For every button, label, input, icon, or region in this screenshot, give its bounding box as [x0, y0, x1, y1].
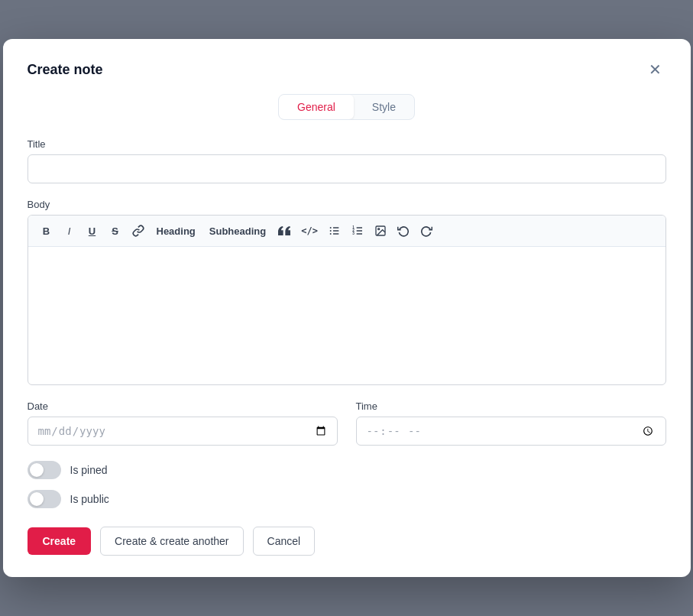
bold-button[interactable]: B [36, 220, 57, 242]
link-icon [132, 225, 144, 237]
modal-footer: Create Create & create another Cancel [28, 527, 666, 556]
svg-point-4 [330, 230, 332, 232]
date-label: Date [28, 400, 338, 412]
image-button[interactable] [370, 220, 391, 242]
body-label: Body [28, 199, 666, 210]
time-label: Time [356, 400, 666, 412]
italic-button[interactable]: I [59, 220, 80, 242]
title-label: Title [28, 138, 666, 150]
create-note-modal: Create note ✕ General Style Title Body B [3, 39, 691, 577]
modal-overlay: Create note ✕ General Style Title Body B [0, 0, 693, 616]
body-editor-content[interactable] [28, 247, 665, 384]
blockquote-icon [278, 225, 290, 237]
is-public-label: Is public [70, 493, 109, 505]
redo-icon [420, 225, 432, 237]
is-public-toggle[interactable] [28, 490, 61, 508]
heading-button[interactable]: Heading [151, 220, 202, 242]
tab-style[interactable]: Style [354, 95, 414, 119]
create-another-button[interactable]: Create & create another [100, 527, 243, 556]
date-time-row: Date Time [28, 400, 666, 446]
redo-button[interactable] [416, 220, 437, 242]
body-field-group: Body B I U S [28, 199, 666, 385]
cancel-button[interactable]: Cancel [253, 527, 316, 556]
editor-toolbar: B I U S [28, 216, 665, 247]
subheading-button[interactable]: Subheading [203, 220, 272, 242]
tabs-container: General Style [28, 94, 666, 120]
modal-title: Create note [28, 62, 103, 78]
svg-point-3 [330, 227, 332, 229]
svg-text:3: 3 [352, 232, 355, 235]
date-field-group: Date [28, 400, 338, 446]
undo-button[interactable] [393, 220, 414, 242]
time-field-group: Time [356, 400, 666, 446]
underline-button[interactable]: U [82, 220, 103, 242]
is-public-row: Is public [28, 490, 666, 508]
body-editor: B I U S [28, 215, 666, 385]
bullet-list-button[interactable] [324, 220, 345, 242]
strikethrough-button[interactable]: S [105, 220, 126, 242]
time-input[interactable] [356, 417, 666, 446]
image-icon [374, 225, 387, 237]
is-pined-toggle[interactable] [28, 461, 61, 479]
tab-general[interactable]: General [279, 95, 354, 119]
link-button[interactable] [128, 220, 149, 242]
bullet-list-icon [329, 225, 341, 237]
code-button[interactable]: </> [296, 220, 322, 242]
svg-point-5 [330, 233, 332, 235]
ordered-list-button[interactable]: 1 2 3 [347, 220, 368, 242]
close-button[interactable]: ✕ [644, 60, 666, 79]
date-input[interactable] [28, 417, 338, 446]
tabs: General Style [278, 94, 415, 120]
blockquote-button[interactable] [274, 220, 295, 242]
ordered-list-icon: 1 2 3 [351, 225, 364, 237]
title-field-group: Title [28, 138, 666, 199]
create-button[interactable]: Create [28, 527, 92, 555]
title-input[interactable] [28, 154, 666, 183]
svg-point-13 [378, 229, 380, 230]
is-pined-label: Is pined [70, 464, 108, 476]
modal-header: Create note ✕ [28, 60, 666, 79]
is-pined-row: Is pined [28, 461, 666, 479]
undo-icon [397, 225, 410, 237]
